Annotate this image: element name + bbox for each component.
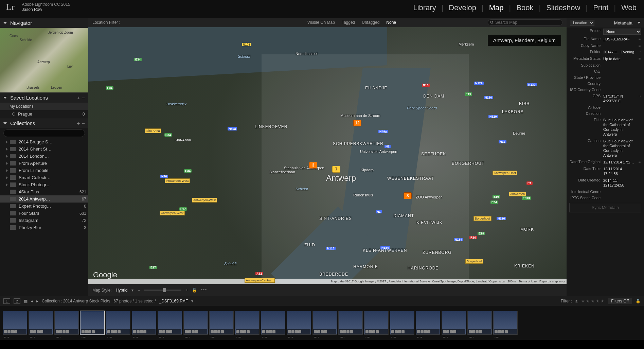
filmstrip-thumb[interactable]: •••• xyxy=(312,311,337,335)
filmstrip-thumb[interactable]: •••• xyxy=(29,311,53,335)
collection-row[interactable]: 4Star Plus621 xyxy=(0,188,88,195)
photo-marker[interactable]: 8 xyxy=(404,192,412,199)
add-icon[interactable]: + xyxy=(77,120,80,126)
metadata-row[interactable]: Date Time12/11/2014 17:24:58 xyxy=(567,165,644,177)
metadata-row[interactable]: Sublocation xyxy=(567,62,644,68)
filmstrip-thumb[interactable]: •••• xyxy=(467,311,492,335)
metadata-value[interactable]: Blue Hour view of the Cathedral of Our L… xyxy=(603,139,637,158)
metadata-action-icon[interactable]: ≡ xyxy=(638,43,641,48)
collection-row[interactable]: From Lr mobile xyxy=(0,167,88,174)
collection-row[interactable]: Four Stars631 xyxy=(0,210,88,217)
filmstrip-thumb[interactable]: •••• xyxy=(158,311,182,335)
filter-tag-untagged[interactable]: Untagged xyxy=(362,20,379,25)
metadata-row[interactable]: Direction xyxy=(567,110,644,117)
metadata-action-icon[interactable]: ≡ xyxy=(638,37,641,41)
collection-row[interactable]: Stock Photogr… xyxy=(0,181,88,188)
metadata-value[interactable]: 2014-11…Evening xyxy=(603,50,637,54)
filmstrip-filename[interactable]: _DSF3169.RAF xyxy=(159,299,188,303)
filmstrip-thumb[interactable]: •••• xyxy=(493,311,518,335)
filmstrip-thumb[interactable]: •••• xyxy=(261,311,285,335)
metadata-action-icon[interactable]: → xyxy=(638,50,641,54)
prev-icon[interactable]: ◂ xyxy=(31,299,33,303)
filmstrip-thumb[interactable]: •••• xyxy=(54,311,79,335)
remove-icon[interactable]: − xyxy=(82,120,85,126)
filmstrip-thumb[interactable]: •••• xyxy=(132,311,156,335)
collection-row[interactable]: Smart Collecti… xyxy=(0,174,88,181)
lock-icon[interactable]: 🔒 xyxy=(636,299,641,303)
metadata-row[interactable]: Date Time Original12/11/2014 17:2…≡ xyxy=(567,159,644,165)
metadata-value[interactable]: 12/11/2014 17:2… xyxy=(603,160,637,164)
module-slideshow[interactable]: Slideshow xyxy=(545,3,582,12)
map-search-input[interactable]: Search Map xyxy=(488,19,562,25)
metadata-row[interactable]: TitleBlue Hour view of the Cathedral of … xyxy=(567,117,644,138)
saved-locations-header[interactable]: Saved Locations + − xyxy=(0,92,88,103)
lock-icon[interactable]: 🔓 xyxy=(192,288,197,293)
metadata-value[interactable]: Up to date xyxy=(603,56,637,61)
filmstrip-thumb[interactable]: •••• xyxy=(338,311,363,335)
map-terms-link[interactable]: Terms of Use xyxy=(519,280,537,283)
collection-row[interactable]: From Aperture xyxy=(0,160,88,167)
metadata-row[interactable]: Country xyxy=(567,81,644,87)
photo-marker[interactable]: 3 xyxy=(309,162,317,169)
filmstrip-thumb[interactable]: •••• xyxy=(106,311,130,335)
collection-row[interactable]: 2014 Brugge S… xyxy=(0,138,88,145)
filmstrip-thumb[interactable]: •••• xyxy=(287,311,311,335)
metadata-value[interactable]: Blue Hour view of the Cathedral of Our L… xyxy=(603,118,637,137)
collection-row[interactable]: 2014 London… xyxy=(0,153,88,160)
photo-marker[interactable]: 12 xyxy=(353,120,361,126)
add-icon[interactable]: + xyxy=(77,95,80,101)
filmstrip[interactable]: ••••••••••••••••••••••••••••••••••••••••… xyxy=(0,306,644,340)
module-book[interactable]: Book xyxy=(515,3,535,12)
collection-row[interactable]: Photzy Blur3 xyxy=(0,224,88,231)
metadata-row[interactable]: Date Created2014-11-12T17:24:58 xyxy=(567,177,644,189)
navigator-minimap[interactable]: Bergen op ZoomGoesScheldeAntwerpLierBrus… xyxy=(0,28,88,92)
collection-row[interactable]: Expert Photog…0 xyxy=(0,203,88,210)
monitor-2-button[interactable]: 2 xyxy=(14,298,20,304)
collection-row[interactable]: Instagram72 xyxy=(0,217,88,224)
monitor-1-button[interactable]: 1 xyxy=(3,298,10,304)
filmstrip-thumb[interactable]: •••• xyxy=(416,311,440,335)
filmstrip-thumb[interactable]: •••• xyxy=(442,311,466,335)
filmstrip-thumb[interactable]: •••• xyxy=(183,311,208,335)
filmstrip-thumb[interactable]: •••• xyxy=(364,311,389,335)
filmstrip-thumb[interactable]: •••• xyxy=(3,311,27,335)
metadata-value[interactable]: 2014-11-12T17:24:58 xyxy=(603,178,637,188)
remove-icon[interactable]: − xyxy=(82,95,85,101)
photo-marker[interactable]: 7 xyxy=(332,166,340,173)
metadata-row[interactable]: City xyxy=(567,68,644,74)
metadata-action-icon[interactable]: ≡ xyxy=(638,56,641,60)
metadata-row[interactable]: File Name_DSF3169.RAF≡ xyxy=(567,36,644,42)
filter-tag-none[interactable]: None xyxy=(386,20,396,25)
next-icon[interactable]: ▸ xyxy=(36,299,38,303)
star-filter[interactable]: ★ ★ ★ ★ ★ xyxy=(581,299,604,303)
sync-metadata-button[interactable]: Sync Metadata xyxy=(569,203,641,212)
filter-tag-visible-on-map[interactable]: Visible On Map xyxy=(307,20,335,25)
metadata-row[interactable]: CaptionBlue Hour view of the Cathedral o… xyxy=(567,138,644,159)
filmstrip-thumb[interactable]: •••• xyxy=(390,311,414,335)
collection-row[interactable]: 2014 Antwerp…67 xyxy=(0,195,88,203)
metadata-value[interactable]: 51°13'17" N 4°23'59" E xyxy=(603,94,637,103)
zoom-in-button[interactable]: + xyxy=(185,288,188,293)
flag-filter-icon[interactable]: ≥ xyxy=(575,299,578,303)
location-dropdown[interactable]: Location xyxy=(570,20,594,26)
grid-icon[interactable]: ▦ xyxy=(24,299,28,303)
metadata-row[interactable]: Copy Name≡ xyxy=(567,42,644,49)
filmstrip-thumb[interactable]: •••• xyxy=(209,311,234,335)
filters-off-select[interactable]: Filters Off xyxy=(608,298,632,304)
saved-location-row[interactable]: Prague0 xyxy=(0,110,88,118)
metadata-row[interactable]: Folder2014-11…Evening→ xyxy=(567,49,644,55)
collection-row[interactable]: 2014 Ghent St… xyxy=(0,145,88,153)
zoom-out-button[interactable]: − xyxy=(138,288,140,293)
module-library[interactable]: Library xyxy=(412,3,437,12)
metadata-row[interactable]: GPS51°13'17" N 4°23'59" E→ xyxy=(567,93,644,104)
map-style-value[interactable]: Hybrid xyxy=(116,288,128,293)
preset-select[interactable]: None xyxy=(603,29,641,35)
map-canvas[interactable]: Antwerp, Flanders, Belgium Google Map da… xyxy=(88,27,567,284)
tracklog-icon[interactable]: 〰 xyxy=(201,287,207,293)
module-develop[interactable]: Develop xyxy=(447,3,478,12)
map-report-link[interactable]: Report a map error xyxy=(539,280,565,283)
filmstrip-thumb[interactable]: •••• xyxy=(80,311,105,335)
filmstrip-thumb[interactable]: •••• xyxy=(235,311,260,335)
collections-header[interactable]: Collections + − xyxy=(0,118,88,128)
metadata-row[interactable]: State / Province xyxy=(567,74,644,81)
